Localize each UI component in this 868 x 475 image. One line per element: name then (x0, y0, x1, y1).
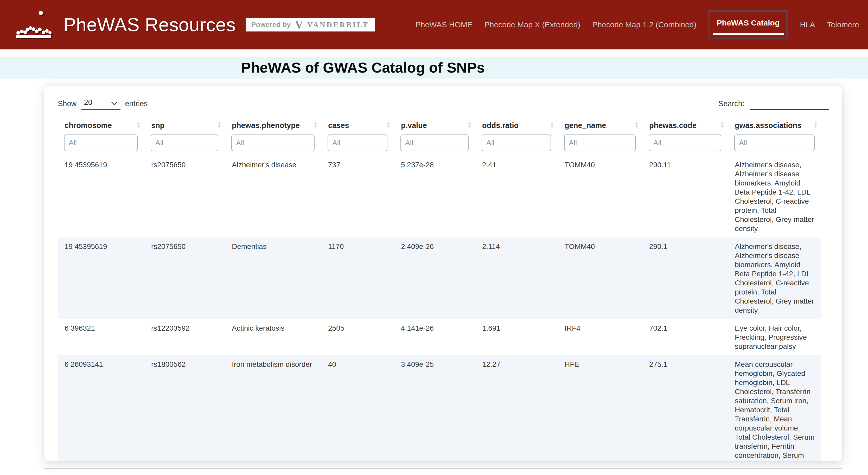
cell-cases: 737 (321, 156, 394, 238)
cell-snp: rs2075650 (145, 238, 225, 319)
nav-item-telomere[interactable]: Telomere (827, 20, 859, 29)
search-label: Search: (718, 99, 744, 108)
cell-chromosome: 19 45395619 (58, 238, 145, 319)
sort-icon (217, 121, 221, 128)
page-title: PheWAS of GWAS Catalog of SNPs (0, 57, 726, 78)
table-row: 19 45395619 rs2075650 Alzheimer's diseas… (58, 156, 822, 238)
cell-odds-ratio: 2.114 (475, 238, 558, 319)
cell-chromosome: 6 396321 (58, 319, 145, 355)
filter-input-odds-ratio[interactable] (482, 134, 551, 151)
sort-icon (550, 121, 554, 128)
sort-icon (136, 121, 141, 128)
sort-icon (313, 121, 318, 128)
table-row: 6 26093141 rs1800562 Iron metabolism dis… (58, 355, 822, 461)
nav-item-phecode-map-x[interactable]: Phecode Map X (Extended) (485, 20, 581, 29)
cell-p-value: 4.141e-26 (394, 319, 475, 355)
filter-input-gene-name[interactable] (564, 134, 636, 151)
filter-input-chromosome[interactable] (64, 134, 137, 151)
column-header-row: chromosome snp phewas.phenotype cases p.… (58, 119, 822, 134)
page-length-control: Show 20 entries (58, 98, 148, 110)
filter-input-phewas-code[interactable] (649, 134, 721, 151)
cell-gwas-associations: Alzheimer's disease, Alzheimer's disease… (728, 156, 822, 238)
filter-input-cases[interactable] (328, 134, 388, 151)
manhattan-plot-logo-icon (14, 9, 54, 40)
cell-phewas-code: 275.1 (643, 355, 728, 461)
sort-icon (467, 121, 472, 128)
cell-phewas-code: 290.11 (643, 156, 728, 238)
show-label: Show (58, 99, 77, 108)
cell-gwas-associations: Mean corpuscular hemoglobin, Glycated he… (728, 355, 822, 461)
powered-by-vanderbilt-badge[interactable]: Powered by V VANDERBILT (246, 18, 375, 31)
column-header-cases[interactable]: cases (321, 119, 394, 134)
cell-odds-ratio: 12.27 (475, 355, 558, 461)
nav-item-phewas-catalog-active[interactable]: PheWAS Catalog (709, 10, 788, 39)
cell-phenotype: Alzheimer's disease (225, 156, 321, 238)
filter-row (58, 134, 822, 156)
column-header-odds-ratio[interactable]: odds.ratio (475, 119, 558, 134)
column-header-phewas-code[interactable]: phewas.code (643, 119, 728, 134)
footer-divider (44, 468, 842, 469)
phewas-catalog-table: chromosome snp phewas.phenotype cases p.… (58, 119, 822, 461)
nav-item-hla[interactable]: HLA (800, 20, 815, 29)
powered-by-label: Powered by (251, 21, 291, 29)
cell-p-value: 5.237e-28 (394, 156, 475, 238)
nav-item-phewas-home[interactable]: PheWAS HOME (415, 20, 472, 29)
entries-label: entries (125, 99, 148, 108)
cell-cases: 40 (321, 355, 394, 461)
table-row: 6 396321 rs12203592 Actinic keratosis 25… (58, 319, 822, 355)
cell-chromosome: 19 45395619 (58, 156, 145, 238)
table-search-control: Search: (718, 97, 829, 110)
datatable-card: Show 20 entries Search: chromosome snp p… (44, 86, 842, 461)
cell-p-value: 3.409e-25 (394, 355, 475, 461)
column-header-gene-name[interactable]: gene_name (558, 119, 643, 134)
search-input[interactable] (750, 97, 829, 110)
table-row: 19 45395619 rs2075650 Dementias 1170 2.4… (58, 238, 822, 319)
nav-item-phecode-map-12[interactable]: Phecode Map 1.2 (Combined) (592, 20, 696, 29)
cell-phenotype: Actinic keratosis (225, 319, 321, 355)
cell-gene-name: TOMM40 (558, 238, 643, 319)
column-header-gwas-associations[interactable]: gwas.associations (728, 119, 822, 134)
cell-phenotype: Iron metabolism disorder (225, 355, 321, 461)
vanderbilt-wordmark: VANDERBILT (307, 21, 369, 29)
cell-cases: 2505 (321, 319, 394, 355)
sort-icon (634, 121, 639, 128)
cell-gene-name: IRF4 (558, 319, 643, 355)
cell-gwas-associations: Eye color, Hair color, Freckling, Progre… (728, 319, 822, 355)
cell-snp: rs2075650 (145, 156, 225, 238)
cell-phewas-code: 290.1 (643, 238, 728, 319)
brand-title: PheWAS Resources (63, 14, 236, 35)
vanderbilt-v-icon: V (295, 19, 303, 30)
column-header-snp[interactable]: snp (145, 119, 225, 134)
brand-link[interactable]: PheWAS Resources (14, 9, 236, 40)
sort-icon (813, 121, 818, 128)
filter-input-gwas-associations[interactable] (734, 134, 815, 151)
filter-input-phewas-phenotype[interactable] (231, 134, 315, 151)
cell-phenotype: Dementias (225, 238, 321, 319)
column-header-phewas-phenotype[interactable]: phewas.phenotype (225, 119, 321, 134)
table-toolbar: Show 20 entries Search: (58, 97, 829, 110)
cell-cases: 1170 (321, 238, 394, 319)
column-header-p-value[interactable]: p.value (394, 119, 475, 134)
cell-p-value: 2.409e-26 (394, 238, 475, 319)
filter-input-snp[interactable] (151, 134, 218, 151)
sort-icon (720, 121, 724, 128)
cell-odds-ratio: 2.41 (475, 156, 558, 238)
cell-snp: rs12203592 (145, 319, 225, 355)
cell-odds-ratio: 1.691 (475, 319, 558, 355)
cell-phewas-code: 702.1 (643, 319, 728, 355)
cell-gene-name: TOMM40 (558, 156, 643, 238)
main-nav: PheWAS HOME Phecode Map X (Extended) Phe… (415, 10, 859, 39)
cell-snp: rs1800562 (145, 355, 225, 461)
column-header-chromosome[interactable]: chromosome (58, 119, 145, 134)
page-size-select[interactable]: 20 (82, 98, 121, 110)
cell-gwas-associations: Alzheimer's disease, Alzheimer's disease… (728, 238, 822, 319)
cell-gene-name: HFE (558, 355, 643, 461)
cell-chromosome: 6 26093141 (58, 355, 145, 461)
filter-input-p-value[interactable] (400, 134, 469, 151)
site-header: PheWAS Resources Powered by V VANDERBILT… (0, 0, 868, 50)
page-title-band: PheWAS of GWAS Catalog of SNPs (0, 57, 868, 78)
sort-icon (386, 121, 391, 128)
